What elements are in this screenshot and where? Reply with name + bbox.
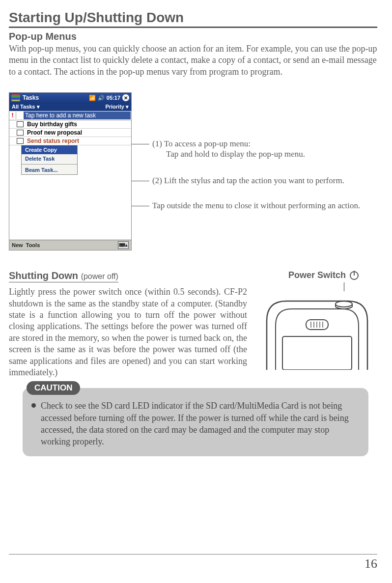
pda-empty-area	[9, 175, 131, 240]
callout-3-text: Tap outside the menu to close it without…	[152, 200, 377, 211]
callout-2: (2) Lift the stylus and tap the action y…	[132, 175, 377, 186]
start-flag-icon	[11, 94, 20, 101]
leader-line-icon	[344, 282, 344, 291]
task-row: Buy birthday gifts	[9, 120, 131, 129]
menu-item-delete-task: Delete Task	[22, 154, 77, 163]
signal-icon: 📶	[89, 95, 96, 101]
popup-intro: With pop-up menus, you can quickly choos…	[9, 43, 377, 78]
caution-text: Check to see the SD card LED indicator i…	[41, 400, 360, 447]
power-switch-label: Power Switch	[257, 270, 377, 280]
menu-separator	[22, 164, 77, 165]
caution-label: CAUTION	[27, 381, 80, 395]
page-title: Starting Up/Shutting Down	[9, 10, 377, 28]
menu-item-create-copy: Create Copy	[22, 145, 77, 154]
task-row-selected: Send status report	[9, 137, 131, 145]
task-row: Proof new proposal	[9, 129, 131, 137]
checkbox-icon	[17, 121, 24, 127]
svg-rect-9	[282, 336, 352, 370]
leader-line-icon	[132, 181, 149, 181]
task-text: Proof new proposal	[25, 129, 131, 136]
pda-statusbar: 📶 🔊 05:17 ✕	[89, 94, 129, 101]
callout-1-line2: Tap and hold to display the pop-up menu.	[152, 149, 377, 159]
popup-heading: Pop-up Menus	[9, 31, 377, 42]
pda-filter-right: Priority ▾	[105, 104, 129, 110]
shutdown-heading: Shutting Down (power off)	[9, 270, 118, 282]
pda-footer-left: New Tools	[12, 242, 40, 248]
task-text: Buy birthday gifts	[25, 121, 131, 128]
sip-icon: ⌨▴	[118, 241, 129, 249]
task-text: Send status report	[25, 138, 131, 144]
leader-line-icon	[132, 206, 149, 206]
device-illustration	[257, 291, 377, 370]
checkbox-icon	[17, 138, 24, 144]
pda-titlebar: Tasks 📶 🔊 05:17 ✕	[9, 93, 131, 103]
menu-item-beam-task: Beam Task...	[22, 166, 77, 174]
callout-1: (1) To access a pop-up menu: Tap and hol…	[132, 139, 377, 160]
caution-box: Check to see the SD card LED indicator i…	[23, 388, 368, 456]
pda-add-task-row: ! Tap here to add a new task	[9, 111, 131, 120]
pda-filter-left: All Tasks ▾	[12, 104, 40, 110]
power-icon	[350, 271, 359, 280]
bullet-icon	[31, 403, 36, 408]
callout-3: Tap outside the menu to close it without…	[132, 200, 377, 211]
callout-2-text: (2) Lift the stylus and tap the action y…	[152, 175, 377, 186]
leader-line-icon	[132, 144, 149, 144]
page-number: 16	[9, 554, 377, 571]
add-task-field: Tap here to add a new task	[24, 111, 131, 119]
speaker-icon: 🔊	[98, 95, 105, 101]
pda-clock: 05:17	[107, 95, 120, 101]
svg-point-6	[336, 301, 352, 307]
checkbox-icon	[17, 130, 24, 136]
pda-footer: New Tools ⌨▴	[9, 240, 131, 250]
pda-filterbar: All Tasks ▾ Priority ▾	[9, 103, 131, 111]
priority-icon: !	[9, 112, 16, 119]
callout-1-line1: (1) To access a pop-up menu:	[152, 139, 377, 149]
pda-app-title: Tasks	[23, 94, 89, 101]
close-icon: ✕	[122, 94, 129, 101]
shutdown-body: Lightly press the power switch once (wit…	[9, 286, 247, 378]
pda-screenshot: Tasks 📶 🔊 05:17 ✕ All Tasks ▾ Priority ▾…	[9, 92, 132, 250]
popup-menu: Create Copy Delete Task Beam Task...	[21, 145, 78, 175]
